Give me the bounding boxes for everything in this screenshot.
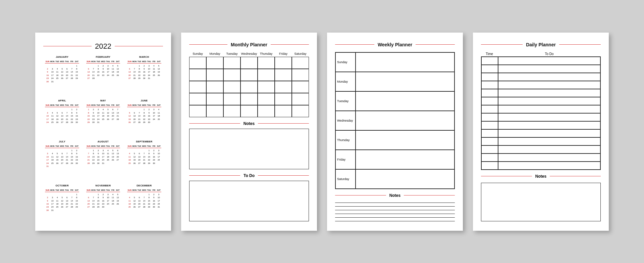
date-cell: 23 (142, 74, 147, 77)
dow-row: SUNMONTUEWEDTHUFRISAT (127, 188, 161, 192)
weekly-grid: SundayMondayTuesdayWednesdayThursdayFrid… (335, 52, 455, 189)
dow-cell: THU (147, 103, 152, 107)
dow-cell: MON (50, 188, 55, 192)
date-row: 0123456 (86, 149, 120, 152)
monthly-cell (189, 69, 206, 81)
date-cell: 17 (106, 70, 111, 73)
month-name: SEPTEMBER (136, 140, 152, 143)
monthly-cell (258, 69, 275, 81)
dow-cell: SUN (127, 60, 132, 63)
dow-cell: FRI (110, 144, 115, 148)
date-cell: 11 (50, 114, 55, 117)
date-row: 23242526272829 (45, 77, 79, 80)
monthly-cell (189, 81, 206, 93)
date-row: 6789101112 (127, 67, 161, 70)
weekly-day-label: Tuesday (335, 91, 356, 111)
monthly-dow-cell: Wednesday (240, 52, 258, 55)
rule-left (481, 44, 523, 45)
date-cell: 27 (60, 121, 65, 124)
month-name: JULY (59, 140, 65, 143)
dow-cell: MON (91, 188, 96, 192)
monthly-dow-cell: Thursday (258, 52, 275, 55)
dow-cell: THU (64, 144, 69, 148)
date-cell: 17 (50, 74, 55, 77)
monthly-cell (258, 93, 275, 105)
date-cell: 10 (106, 67, 111, 70)
daily-notes-heading: Notes (481, 174, 601, 179)
date-cell: 16 (147, 114, 152, 117)
date-row: 0012345 (127, 64, 161, 67)
date-cell: 3 (156, 149, 161, 152)
rule-right (550, 176, 601, 176)
date-cell: 14 (69, 70, 74, 73)
year-grid: JANUARYSUNMONTUEWEDTHUFRISAT000000123456… (43, 55, 163, 221)
date-cell: 25 (55, 205, 60, 208)
date-cell: 1 (96, 64, 101, 67)
monthly-cell (223, 93, 240, 105)
date-cell: 19 (110, 155, 115, 158)
daily-todo-cell (498, 162, 600, 170)
date-cell: 10 (45, 114, 50, 117)
date-cell: 15 (91, 155, 96, 158)
date-cell: 20 (86, 202, 91, 205)
date-row: 19202122232425 (127, 118, 161, 121)
date-cell: 29 (91, 162, 96, 165)
month-block: JUNESUNMONTUEWEDTHUFRISAT000123456789101… (125, 99, 163, 133)
month-name: DECEMBER (137, 184, 152, 187)
planner-set: 2022 JANUARYSUNMONTUEWEDTHUFRISAT0000001… (35, 33, 609, 231)
dow-cell: SUN (127, 144, 132, 148)
date-cell: 17 (156, 155, 161, 158)
daily-time-cell (481, 113, 498, 121)
daily-time-cell (481, 121, 498, 129)
date-row: 0000012 (45, 108, 79, 111)
date-cell: 16 (152, 155, 157, 158)
date-row: 21222324252627 (86, 158, 120, 161)
year-heading: 2022 (43, 42, 163, 51)
date-cell: 13 (137, 155, 142, 158)
monthly-cell (292, 69, 309, 81)
date-row: 27282930000 (86, 205, 120, 208)
date-cell: 10 (96, 111, 101, 114)
date-cell: 3 (147, 64, 152, 67)
date-cell: 22 (96, 74, 101, 77)
weekly-note-line (335, 214, 455, 214)
date-cell: 11 (156, 111, 161, 114)
date-cell: 13 (86, 199, 91, 202)
date-cell: 6 (86, 67, 91, 70)
date-cell: 6 (86, 196, 91, 199)
dow-cell: SAT (156, 188, 161, 192)
daily-todo-label: To Do (498, 52, 601, 56)
date-cell: 19 (132, 158, 137, 161)
date-cell: 6 (127, 67, 132, 70)
date-cell: 2 (101, 193, 106, 196)
daily-todo-cell (498, 73, 600, 81)
date-cell: 14 (69, 199, 74, 202)
month-name: JANUARY (56, 55, 68, 58)
date-cell: 2 (74, 149, 79, 152)
date-cell: 17 (96, 114, 101, 117)
date-cell: 3 (106, 64, 111, 67)
dow-cell: FRI (152, 60, 157, 63)
monthly-cell (206, 57, 223, 69)
date-row: 11121314151617 (127, 199, 161, 202)
date-cell: 7 (69, 196, 74, 199)
date-cell: 1 (137, 64, 142, 67)
date-cell: 4 (106, 149, 111, 152)
date-cell: 13 (64, 199, 69, 202)
date-cell: 8 (142, 111, 147, 114)
date-cell: 6 (132, 111, 137, 114)
date-cell: 7 (91, 67, 96, 70)
monthly-dow-row: SundayMondayTuesdayWednesdayThursdayFrid… (189, 52, 309, 55)
monthly-cell (275, 69, 292, 81)
date-cell: 16 (45, 74, 50, 77)
date-cell: 28 (132, 77, 137, 80)
date-row: 45678910 (127, 196, 161, 199)
date-cell: 13 (115, 152, 120, 155)
date-cell: 23 (152, 158, 157, 161)
dow-cell: WED (60, 60, 65, 63)
date-cell: 31 (101, 162, 106, 165)
rule-left (335, 195, 386, 195)
date-cell: 15 (86, 114, 91, 117)
month-name: MARCH (139, 55, 149, 58)
date-cell: 26 (127, 121, 132, 124)
